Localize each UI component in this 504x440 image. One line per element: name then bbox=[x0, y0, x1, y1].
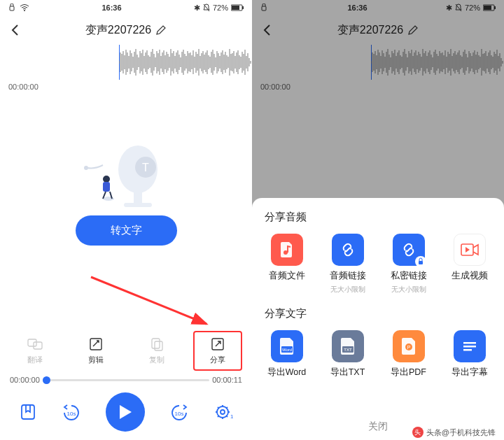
waveform[interactable] bbox=[0, 45, 252, 80]
gear-icon: 1x bbox=[214, 403, 233, 421]
svg-rect-20 bbox=[22, 405, 34, 419]
chevron-left-icon bbox=[10, 24, 21, 36]
svg-point-13 bbox=[84, 166, 88, 170]
share-audio-link[interactable]: 音频链接 无大小限制 bbox=[320, 234, 376, 294]
share-audio-file[interactable]: 音频文件 bbox=[259, 234, 315, 294]
svg-rect-17 bbox=[152, 339, 160, 348]
svg-rect-4 bbox=[242, 6, 244, 9]
progress-thumb[interactable] bbox=[43, 376, 50, 384]
bookmark-icon bbox=[19, 403, 37, 421]
translate-icon bbox=[27, 337, 43, 351]
svg-rect-7 bbox=[124, 203, 152, 207]
wifi-icon bbox=[20, 3, 29, 12]
share-button[interactable]: 分享 bbox=[193, 331, 242, 371]
word-file-icon: Word bbox=[278, 336, 296, 356]
transcribe-button[interactable]: 转文字 bbox=[76, 215, 177, 246]
svg-text:T: T bbox=[142, 162, 149, 173]
svg-rect-15 bbox=[34, 342, 42, 349]
forward-icon: 10s bbox=[169, 403, 190, 421]
status-right: ✱ 72% bbox=[194, 3, 245, 13]
status-bar: 16:36 ✱ 72% bbox=[0, 0, 252, 15]
svg-point-1 bbox=[24, 10, 25, 11]
svg-rect-16 bbox=[90, 339, 102, 350]
screen-right: 16:36 ✱ 72% 变声2207226 00:00:00 分享音频 bbox=[252, 0, 504, 440]
share-sheet: 分享音频 音频文件 音频链接 无大小限制 私密链接 无大小限制 bbox=[252, 198, 504, 440]
screen-left: 16:36 ✱ 72% 变声2207226 bbox=[0, 0, 252, 440]
txt-file-icon: TXT bbox=[339, 336, 357, 356]
svg-rect-41 bbox=[463, 346, 476, 348]
translate-button: 翻译 bbox=[10, 336, 59, 365]
annotation-arrow bbox=[0, 281, 252, 329]
page-title: 变声2207226 bbox=[85, 23, 167, 38]
bell-icon bbox=[203, 3, 210, 12]
svg-text:10s: 10s bbox=[67, 411, 76, 417]
edit-button[interactable]: 剪辑 bbox=[71, 336, 120, 365]
svg-rect-18 bbox=[155, 341, 162, 350]
status-left bbox=[7, 3, 29, 12]
share-gen-video[interactable]: 生成视频 bbox=[442, 234, 498, 294]
bookmark-button[interactable] bbox=[19, 403, 37, 421]
svg-text:1x: 1x bbox=[230, 413, 233, 420]
svg-text:P: P bbox=[407, 345, 410, 350]
export-subtitle[interactable]: 导出字幕 bbox=[442, 330, 498, 378]
bluetooth-icon: ✱ bbox=[194, 3, 200, 13]
svg-rect-0 bbox=[10, 6, 14, 10]
progress-track[interactable] bbox=[43, 379, 209, 381]
svg-point-11 bbox=[103, 176, 110, 183]
svg-point-10 bbox=[103, 197, 114, 201]
svg-text:TXT: TXT bbox=[344, 348, 352, 352]
svg-rect-42 bbox=[463, 349, 472, 351]
export-pdf[interactable]: P 导出PDF bbox=[381, 330, 437, 378]
hero-illustration: T bbox=[74, 129, 178, 213]
music-file-icon bbox=[279, 241, 295, 258]
link-icon bbox=[340, 241, 356, 258]
rewind-10s-button[interactable]: 10s bbox=[61, 403, 82, 421]
crop-icon bbox=[89, 337, 103, 351]
settings-button[interactable]: 1x bbox=[214, 403, 233, 421]
video-icon bbox=[461, 242, 479, 257]
svg-point-24 bbox=[220, 410, 225, 414]
timestamp: 00:00:00 bbox=[0, 80, 252, 94]
edit-icon[interactable] bbox=[155, 24, 167, 36]
svg-rect-14 bbox=[28, 339, 36, 346]
export-word[interactable]: Word 导出Word bbox=[259, 330, 315, 378]
copy-button: 复制 bbox=[132, 336, 181, 365]
share-text-heading: 分享文字 bbox=[256, 307, 500, 330]
svg-rect-32 bbox=[419, 261, 423, 264]
watermark: 头 头条@手机科技先锋 bbox=[412, 427, 496, 438]
export-txt[interactable]: TXT 导出TXT bbox=[320, 330, 376, 378]
avatar-icon: 头 bbox=[412, 427, 424, 438]
waveform-graphic bbox=[119, 48, 252, 77]
svg-text:Word: Word bbox=[281, 348, 291, 352]
progress-bar[interactable]: 00:00:00 00:00:11 bbox=[0, 373, 252, 387]
empty-state: T 转文字 bbox=[0, 94, 252, 281]
time-start: 00:00:00 bbox=[10, 376, 40, 384]
play-icon bbox=[118, 404, 133, 420]
share-icon bbox=[211, 337, 225, 351]
share-private-link[interactable]: 私密链接 无大小限制 bbox=[381, 234, 437, 294]
back-button[interactable] bbox=[10, 24, 21, 39]
play-button[interactable] bbox=[106, 392, 145, 432]
pdf-file-icon: P bbox=[400, 336, 418, 356]
battery-icon bbox=[231, 4, 245, 11]
rewind-icon: 10s bbox=[61, 403, 82, 421]
copy-icon bbox=[150, 337, 164, 351]
subtitle-icon bbox=[461, 339, 478, 353]
time-end: 00:00:11 bbox=[212, 376, 242, 384]
share-audio-heading: 分享音频 bbox=[256, 211, 500, 234]
svg-rect-12 bbox=[103, 182, 110, 192]
svg-rect-40 bbox=[463, 342, 476, 344]
lock-badge-icon bbox=[415, 256, 426, 267]
svg-rect-3 bbox=[232, 6, 239, 10]
svg-text:10s: 10s bbox=[175, 411, 184, 417]
status-time: 16:36 bbox=[102, 3, 121, 12]
svg-rect-6 bbox=[134, 192, 142, 203]
playback-controls: 10s 10s 1x bbox=[0, 387, 252, 440]
lock-icon bbox=[7, 3, 17, 12]
nav-bar: 变声2207226 bbox=[0, 15, 252, 45]
forward-10s-button[interactable]: 10s bbox=[169, 403, 190, 421]
